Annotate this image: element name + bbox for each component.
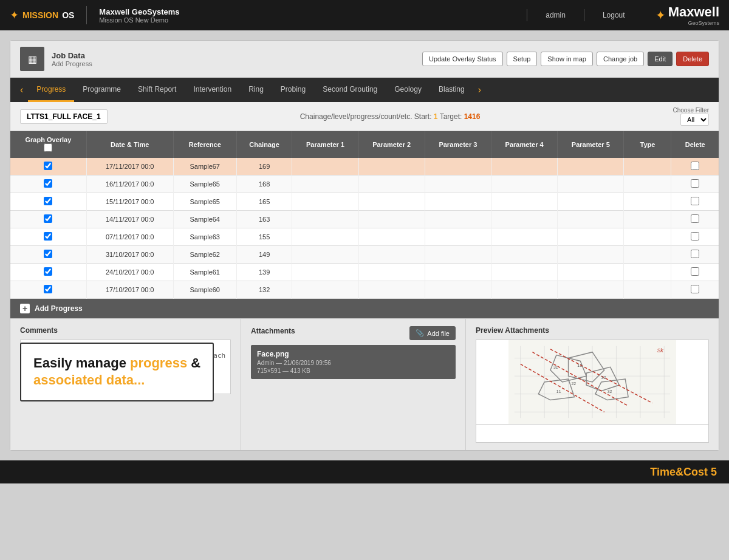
footer-bar: Time&Cost 5 [0,460,729,483]
param1-cell [292,246,358,264]
tab-next-arrow[interactable]: › [473,84,486,95]
attachment-meta: Admin — 21/06/2019 09:56 [257,360,450,366]
table-row: 14/11/2017 00:0 Sample64 163 [10,211,719,228]
top-navigation: ✦ MISSION OS Maxwell GeoSystems Mission … [0,0,729,30]
svg-text:32: 32 [601,375,606,380]
svg-text:32: 32 [608,389,612,394]
param3-cell [425,193,491,211]
start-value: 1 [434,112,438,121]
param4-cell [491,193,558,211]
table-row: 17/11/2017 00:0 Sample67 169 [10,158,719,176]
param5-cell [558,176,624,193]
maxwell-sub: GeoSystems [668,20,719,26]
th-datetime: Date & Time [86,131,173,158]
show-in-map-button[interactable]: Show in map [541,52,593,66]
reference-cell: Sample64 [173,211,236,228]
preview-section: Preview Attachments [466,319,719,450]
delete-checkbox-4[interactable] [691,232,699,241]
delete-checkbox-5[interactable] [691,250,699,258]
content-card: ▦ Job Data Add Progress Update Overlay S… [10,40,719,451]
svg-text:22: 22 [572,381,577,386]
logout-link[interactable]: Logout [603,11,625,19]
graph-overlay-cell [10,228,86,246]
preview-image-box: 31 11 32 11 32 22 Sk [476,340,709,425]
tab-intervention[interactable]: Intervention [185,78,240,102]
add-progress-label[interactable]: Add Progress [35,304,83,313]
filter-select[interactable]: All [680,114,709,126]
graph-overlay-cell [10,176,86,193]
param1-cell [292,176,358,193]
tab-programme[interactable]: Programme [74,78,129,102]
callout-text: Easily manage progress & associated data… [33,355,200,389]
update-overlay-button[interactable]: Update Overlay Status [422,52,503,66]
delete-checkbox-7[interactable] [691,285,699,293]
tab-shift-report[interactable]: Shift Report [129,78,185,102]
param5-cell [558,264,624,281]
graph-overlay-cell [10,264,86,281]
delete-checkbox-0[interactable] [691,162,699,170]
param4-cell [491,264,558,281]
graph-overlay-cell [10,246,86,264]
row-checkbox-3[interactable] [44,214,52,223]
tab-ring[interactable]: Ring [240,78,272,102]
card-icon-box: ▦ [20,47,44,71]
tab-geology[interactable]: Geology [386,78,430,102]
param2-cell [358,228,425,246]
delete-checkbox-2[interactable] [691,197,699,205]
th-param2: Parameter 2 [358,131,425,158]
chainage-cell: 163 [236,211,292,228]
row-checkbox-6[interactable] [44,267,52,276]
row-checkbox-2[interactable] [44,197,52,205]
os-text: OS [62,10,74,20]
type-cell [624,176,671,193]
date-cell: 16/11/2017 00:0 [86,176,173,193]
row-checkbox-5[interactable] [44,250,52,258]
type-cell [624,158,671,176]
tab-blasting[interactable]: Blasting [430,78,473,102]
graph-overlay-all-checkbox[interactable] [44,143,52,152]
tab-second-grouting[interactable]: Second Grouting [314,78,386,102]
param4-cell [491,246,558,264]
row-checkbox-4[interactable] [44,232,52,241]
edit-button[interactable]: Edit [648,52,673,66]
graph-overlay-cell [10,158,86,176]
table-scroll-wrapper: Graph Overlay Date & Time Reference Chai… [10,131,719,299]
row-checkbox-0[interactable] [44,162,52,170]
chainage-cell: 165 [236,193,292,211]
company-info: Maxwell GeoSystems Mission OS New Demo [99,7,179,24]
delete-checkbox-6[interactable] [691,267,699,276]
param2-cell [358,281,425,299]
data-icon: ▦ [28,53,37,65]
add-progress-plus-icon[interactable]: + [20,304,30,313]
attachment-filename: Face.png [257,350,450,358]
param3-cell [425,228,491,246]
add-file-button[interactable]: 📎 Add file [409,326,456,340]
delete-cell [671,158,719,176]
tab-progress[interactable]: Progress [28,78,74,102]
card-header-buttons: Update Overlay Status Setup Show in map … [422,52,709,66]
graph-overlay-cell [10,211,86,228]
delete-button[interactable]: Delete [676,52,709,66]
th-param4: Parameter 4 [491,131,558,158]
param3-cell [425,264,491,281]
setup-button[interactable]: Setup [507,52,538,66]
param1-cell [292,228,358,246]
change-job-button[interactable]: Change job [597,52,644,66]
maxwell-star-icon: ✦ [655,8,666,22]
choose-filter-label: Choose Filter [673,107,709,114]
main-wrapper: ▦ Job Data Add Progress Update Overlay S… [0,30,729,460]
date-cell: 17/11/2017 00:0 [86,158,173,176]
tab-probing[interactable]: Probing [272,78,314,102]
card-title-group: Job Data Add Progress [52,51,92,67]
param4-cell [491,281,558,299]
attachment-item[interactable]: Face.png Admin — 21/06/2019 09:56 715×59… [251,345,456,379]
param4-cell [491,228,558,246]
mission-os-logo: ✦ MISSION OS [10,9,74,22]
reference-cell: Sample63 [173,228,236,246]
row-checkbox-7[interactable] [44,285,52,293]
tab-prev-arrow[interactable]: ‹ [15,84,28,95]
delete-checkbox-1[interactable] [691,179,699,188]
row-checkbox-1[interactable] [44,179,52,188]
delete-checkbox-3[interactable] [691,214,699,223]
date-cell: 31/10/2017 00:0 [86,246,173,264]
